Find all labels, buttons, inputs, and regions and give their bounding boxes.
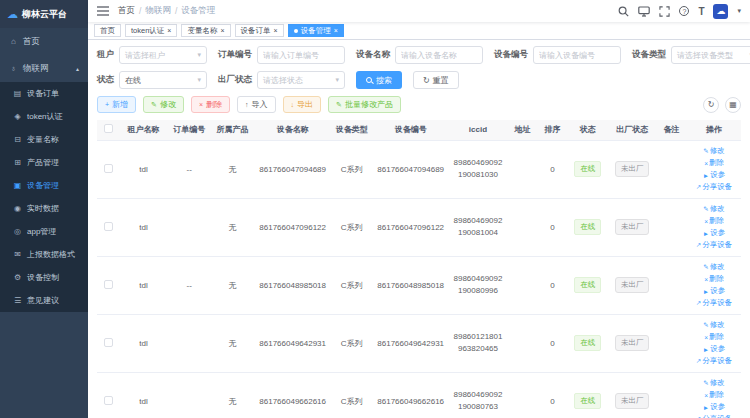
row-checkbox[interactable] [104,396,113,405]
edit-link[interactable]: ✎修改 [703,320,724,330]
delete-link[interactable]: ×删除 [704,390,724,400]
column-settings-button[interactable]: ▦ [725,97,741,113]
sidebar-item-device-mgmt[interactable]: ▣设备管理 [0,174,88,197]
tab-token-auth[interactable]: token认证× [125,24,177,37]
edit-link[interactable]: ✎修改 [703,204,724,214]
sidebar-item-realtime-data[interactable]: ◉实时数据 [0,197,88,220]
search-button[interactable]: 搜索 [356,71,402,89]
sidebar-toggle-icon[interactable] [97,6,109,16]
edit-link[interactable]: ✎修改 [703,146,724,156]
row-checkbox[interactable] [104,280,113,289]
button-label: 搜索 [376,75,392,86]
sidebar-item-variable-name[interactable]: ⊟变量名称 [0,128,88,151]
delete-link[interactable]: ×删除 [704,332,724,342]
table-header-checkbox [97,120,120,140]
refresh-table-button[interactable]: ↻ [703,97,719,113]
tab-home[interactable]: 首页 [94,24,121,37]
trash-icon: × [704,160,708,167]
columns-icon: ▦ [729,100,737,109]
iccid-value: 89860469092190081004 [452,215,504,240]
tab-device-order[interactable]: 设备订单× [235,24,284,37]
tab-variable-name[interactable]: 变量名称× [181,24,230,37]
share-icon: ↗ [696,183,701,191]
edit-button[interactable]: ✎修改 [143,96,184,113]
font-size-icon[interactable]: T [698,6,704,17]
cloud-logo-icon: ☁ [7,9,18,20]
status-select[interactable]: 在线▾ [119,71,207,89]
delete-link[interactable]: ×删除 [704,158,724,168]
share-device-link[interactable]: ↗分享设备 [696,298,732,308]
status-badge: 在线 [574,335,601,351]
batch-edit-product-button[interactable]: ✎批量修改产品 [328,96,401,113]
row-checkbox[interactable] [104,164,113,173]
cell-product: 无 [211,198,254,256]
sidebar-item-iot[interactable]: ♁物联网▴ [0,55,88,82]
action-label: 修改 [710,262,725,272]
set-params-link[interactable]: ►设参 [703,228,725,238]
sidebar-item-product-mgmt[interactable]: ⊞产品管理 [0,151,88,174]
fullscreen-icon[interactable] [659,6,670,17]
export-button[interactable]: ↓导出 [283,96,322,113]
set-params-link[interactable]: ►设参 [703,286,725,296]
tab-device-mgmt[interactable]: 设备管理× [288,24,344,37]
refresh-icon: ↻ [423,76,430,85]
reset-button[interactable]: ↻重置 [413,71,459,89]
device-no-input[interactable] [533,46,621,64]
column-header: 设备名称 [254,120,331,140]
search-icon[interactable] [618,6,629,17]
sidebar-item-feedback[interactable]: ☰意见建议 [0,289,88,312]
close-icon[interactable]: × [274,27,278,34]
sidebar-item-device-control[interactable]: ⚙设备控制 [0,266,88,289]
import-button[interactable]: ↑导入 [237,96,276,113]
add-button[interactable]: +新增 [97,96,136,113]
sidebar-item-app-mgmt[interactable]: ◎app管理 [0,220,88,243]
delete-link[interactable]: ×删除 [704,216,724,226]
sidebar-item-token-auth[interactable]: ◈token认证 [0,105,88,128]
help-icon[interactable]: ? [679,6,689,16]
device-type-select[interactable]: 请选择设备类型▾ [671,46,750,64]
share-device-link[interactable]: ↗分享设备 [696,182,732,192]
tenant-select[interactable]: 请选择租户▾ [119,46,207,64]
close-icon[interactable]: × [334,27,338,34]
row-checkbox[interactable] [104,338,113,347]
share-device-link[interactable]: ↗分享设备 [696,414,732,418]
delete-link[interactable]: ×删除 [704,274,724,284]
cell-value: 861766049642931 [259,339,326,348]
select-all-checkbox[interactable] [104,124,113,133]
chevron-down-icon[interactable]: ▾ [737,7,741,15]
column-header: iccid [449,120,507,140]
sidebar-item-home[interactable]: ⌂首页 [0,28,88,55]
share-device-link[interactable]: ↗分享设备 [696,240,732,250]
row-checkbox[interactable] [104,222,113,231]
filter-label: 订单编号 [218,49,252,61]
column-header: 所属产品 [211,120,254,140]
device-name-input[interactable] [395,46,483,64]
monitor-icon[interactable] [638,6,650,17]
button-label: 批量修改产品 [345,99,393,110]
cell-value: 无 [229,281,237,290]
avatar[interactable]: ☁ [713,4,728,19]
edit-link[interactable]: ✎修改 [703,262,724,272]
breadcrumb-item[interactable]: 首页 [118,5,135,17]
close-icon[interactable]: × [220,27,224,34]
sidebar-item-device-order[interactable]: ▤设备订单 [0,82,88,105]
set-params-link[interactable]: ►设参 [703,344,725,354]
order-no-input[interactable] [257,46,345,64]
filter-label: 设备编号 [494,49,528,61]
set-params-link[interactable]: ►设参 [703,170,725,180]
sidebar-item-report-format[interactable]: ✉上报数据格式 [0,243,88,266]
factory-status-select[interactable]: 请选择状态▾ [257,71,345,89]
row-actions: ✎修改×删除►设参↗分享设备 [689,320,739,366]
edit-link[interactable]: ✎修改 [703,378,724,388]
breadcrumb-item[interactable]: 物联网 [145,5,171,17]
app-logo[interactable]: ☁ 柳林云平台 [0,0,88,28]
breadcrumb-item[interactable]: 设备管理 [181,5,215,17]
set-params-link[interactable]: ►设参 [703,402,725,412]
sidebar-item-label: 物联网 [23,63,49,75]
close-icon[interactable]: × [167,27,171,34]
delete-button[interactable]: ×删除 [191,96,230,113]
share-device-link[interactable]: ↗分享设备 [696,356,732,366]
cell-order: -- [167,256,210,314]
cell-value: -- [186,281,191,290]
cell-status: 在线 [567,314,608,372]
